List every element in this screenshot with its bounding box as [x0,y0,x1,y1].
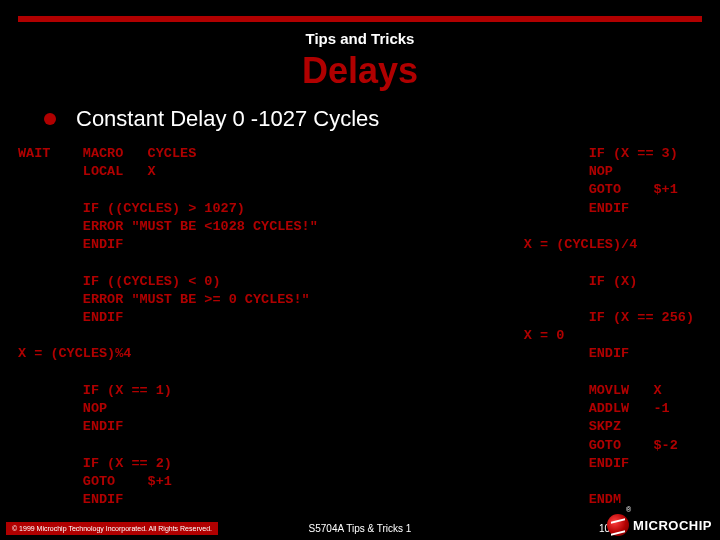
registered-icon: ® [626,506,631,513]
slide-title: Delays [0,50,720,92]
code-block: WAIT MACRO CYCLES LOCAL X IF ((CYCLES) >… [18,145,702,500]
section-label: Tips and Tricks [0,30,720,47]
accent-bar [18,16,702,22]
logo-globe-icon: ® [607,514,629,536]
logo-wordmark: MICROCHIP [633,518,712,533]
bullet-text: Constant Delay 0 -1027 Cycles [76,106,379,132]
code-right-column: IF (X == 3) NOP GOTO $+1 ENDIF X = (CYCL… [524,145,694,509]
microchip-logo: ® MICROCHIP [607,514,712,536]
code-left-column: WAIT MACRO CYCLES LOCAL X IF ((CYCLES) >… [18,145,318,509]
footer: © 1999 Microchip Technology Incorporated… [0,516,720,540]
bullet-dot-icon [44,113,56,125]
bullet-item: Constant Delay 0 -1027 Cycles [44,106,379,132]
